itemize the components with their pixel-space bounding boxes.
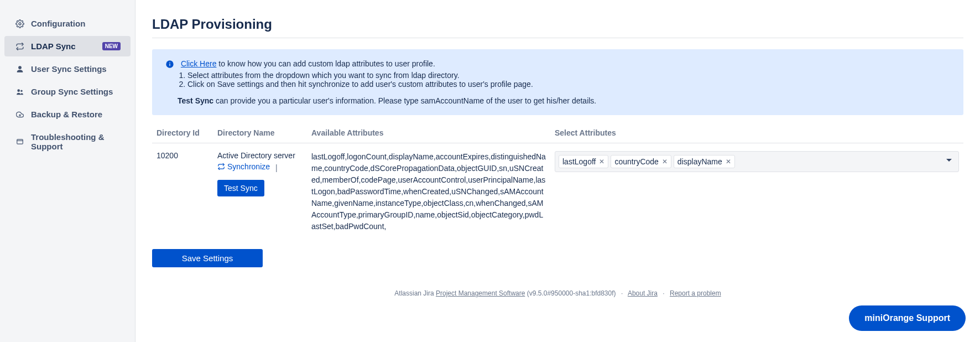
sidebar-item-label: Backup & Restore xyxy=(31,110,121,119)
select-attributes-dropdown[interactable]: lastLogoff ✕ countryCode ✕ displayName ✕ xyxy=(555,151,959,172)
svg-rect-5 xyxy=(169,64,170,66)
miniorange-support-button[interactable]: miniOrange Support xyxy=(849,305,966,331)
footer-prefix: Atlassian Jira xyxy=(394,289,436,297)
chip-lastlogoff: lastLogoff ✕ xyxy=(559,155,608,168)
svg-point-2 xyxy=(20,90,23,92)
cell-directory-name: Active Directory server xyxy=(217,151,303,160)
directory-table: Directory Id Directory Name Available At… xyxy=(152,123,963,240)
sidebar-item-label: Configuration xyxy=(31,19,121,28)
col-select-attributes: Select Attributes xyxy=(550,123,963,143)
svg-point-1 xyxy=(17,89,20,92)
chip-label: lastLogoff xyxy=(562,157,596,166)
sidebar-item-label: Group Sync Settings xyxy=(31,87,121,96)
sync-icon xyxy=(217,163,225,170)
save-settings-button[interactable]: Save Settings xyxy=(152,249,263,267)
col-directory-id: Directory Id xyxy=(152,123,213,143)
chip-remove-icon[interactable]: ✕ xyxy=(599,158,604,165)
cell-available-attributes: lastLogoff,logonCount,displayName,accoun… xyxy=(311,151,546,232)
click-here-link[interactable]: Click Here xyxy=(181,59,217,68)
users-icon xyxy=(14,88,25,96)
col-directory-name: Directory Name xyxy=(213,123,307,143)
new-badge: NEW xyxy=(102,42,121,50)
sidebar-item-ldap-sync[interactable]: LDAP Sync NEW xyxy=(4,36,131,56)
user-icon xyxy=(14,65,25,73)
test-sync-button[interactable]: Test Sync xyxy=(217,180,264,196)
chip-displayname: displayName ✕ xyxy=(674,155,735,168)
chip-label: countryCode xyxy=(614,157,658,166)
info-icon xyxy=(165,59,176,68)
chip-countrycode: countryCode ✕ xyxy=(611,155,671,168)
test-sync-rest: can provide you a particular user's info… xyxy=(213,96,596,105)
sidebar-item-user-sync[interactable]: User Sync Settings xyxy=(4,59,131,79)
chip-remove-icon[interactable]: ✕ xyxy=(726,158,731,165)
footer-pm-link[interactable]: Project Management Software xyxy=(436,289,525,297)
sidebar-item-configuration[interactable]: Configuration xyxy=(4,13,131,34)
page-title: LDAP Provisioning xyxy=(152,17,963,38)
chip-remove-icon[interactable]: ✕ xyxy=(662,158,668,165)
cloud-icon xyxy=(14,111,25,118)
sidebar: Configuration LDAP Sync NEW User Sync Se… xyxy=(0,0,135,342)
separator: | xyxy=(275,163,278,172)
sidebar-item-label: User Sync Settings xyxy=(31,64,121,74)
gear-icon xyxy=(14,19,25,28)
footer-version: (v9.5.0#950000-sha1:bfd830f) xyxy=(525,289,616,297)
svg-point-0 xyxy=(19,23,21,25)
svg-rect-6 xyxy=(169,62,170,63)
footer-report-link[interactable]: Report a problem xyxy=(670,289,721,297)
test-sync-label: Test Sync xyxy=(178,96,213,105)
sidebar-item-backup[interactable]: Backup & Restore xyxy=(4,104,131,125)
sidebar-item-group-sync[interactable]: Group Sync Settings xyxy=(4,81,131,102)
cell-directory-id: 10200 xyxy=(152,143,213,241)
table-row: 10200 Active Directory server Synchroniz… xyxy=(152,143,963,241)
support-icon xyxy=(14,138,25,146)
synchronize-link[interactable]: Synchronize xyxy=(217,162,270,171)
info-step-2: Click on Save settings and then hit sync… xyxy=(187,80,950,89)
info-step-1: Select attributes from the dropdown whic… xyxy=(187,71,950,80)
info-intro-text: to know how you can add custom ldap attr… xyxy=(216,59,435,68)
footer-about-link[interactable]: About Jira xyxy=(628,289,658,297)
footer: Atlassian Jira Project Management Softwa… xyxy=(152,289,963,297)
sidebar-item-label: LDAP Sync xyxy=(31,42,99,51)
chip-label: displayName xyxy=(677,157,722,166)
sync-icon xyxy=(14,42,25,51)
svg-rect-3 xyxy=(17,139,23,144)
main-content: LDAP Provisioning Click Here to know how… xyxy=(135,0,980,342)
synchronize-label: Synchronize xyxy=(227,162,270,171)
sidebar-item-troubleshoot[interactable]: Troubleshooting & Support xyxy=(4,127,131,157)
col-available-attributes: Available Attributes xyxy=(307,123,550,143)
info-panel: Click Here to know how you can add custo… xyxy=(152,49,963,115)
sidebar-item-label: Troubleshooting & Support xyxy=(31,132,121,151)
